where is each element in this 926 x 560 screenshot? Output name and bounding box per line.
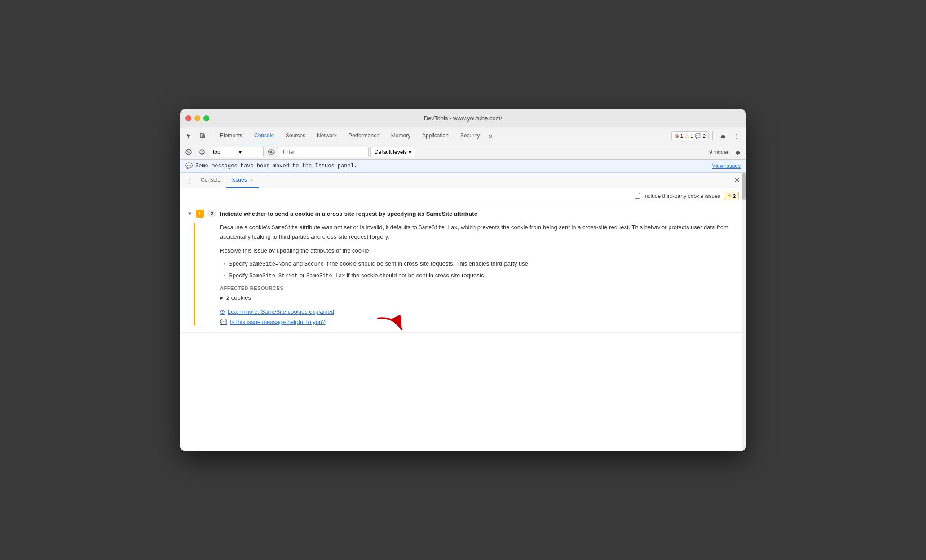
tab-security[interactable]: Security — [455, 127, 485, 144]
scrollbar-thumb[interactable] — [742, 173, 746, 200]
learn-more-link[interactable]: ⊙ Learn more: SameSite cookies explained — [220, 308, 732, 315]
cookies-label: 2 cookies — [226, 294, 251, 301]
settings-gear-btn[interactable] — [716, 130, 729, 142]
traffic-lights — [185, 115, 209, 121]
devtools-window: DevTools - www.youtube.com/ Elements Con… — [180, 109, 746, 451]
third-party-checkbox-label[interactable]: Include third-party cookie issues — [635, 193, 720, 199]
issue-links: ⊙ Learn more: SameSite cookies explained… — [220, 308, 732, 325]
nav-separator-2 — [712, 131, 713, 140]
cookies-toggle[interactable]: ▶ 2 cookies — [220, 294, 732, 301]
issues-count: 2 — [733, 193, 736, 199]
device-toolbar-btn[interactable] — [196, 130, 209, 142]
devtools-main: ⋮ Console Issues × ✕ Include third-party — [180, 173, 746, 451]
feedback-link[interactable]: 💬 Is this issue message helpful to you? — [220, 319, 325, 325]
info-bar-icon: 💬 — [185, 162, 193, 170]
console-toolbar: top ▼ Default levels ▾ 9 hidden — [180, 144, 746, 160]
clear-console-btn[interactable] — [183, 146, 194, 158]
svg-point-8 — [270, 151, 273, 153]
svg-point-6 — [202, 153, 203, 153]
tab-elements[interactable]: Elements — [215, 127, 248, 144]
issues-count-badge: ⚠ 2 — [724, 192, 739, 200]
more-options-btn[interactable]: ⋮ — [731, 130, 743, 142]
devtools-panel: Elements Console Sources Network Perform… — [180, 127, 746, 451]
info-bar: 💬 Some messages have been moved to the I… — [180, 160, 746, 173]
learn-more-text: Learn more: SameSite cookies explained — [228, 308, 334, 315]
issue-warning-icon: ! — [196, 210, 204, 218]
feedback-icon: 💬 — [220, 319, 227, 325]
nav-separator-1 — [212, 131, 212, 140]
title-bar: DevTools - www.youtube.com/ — [180, 109, 746, 127]
filter-input[interactable] — [279, 147, 369, 158]
error-icon: ⊗ — [675, 133, 679, 139]
info-count: 2 — [703, 133, 706, 139]
levels-dropdown[interactable]: Default levels ▾ — [370, 147, 415, 158]
scrollbar-track[interactable] — [742, 173, 746, 451]
svg-rect-0 — [200, 133, 203, 138]
issues-header: Include third-party cookie issues ⚠ 2 — [180, 188, 746, 204]
info-bar-message: Some messages have been moved to the Iss… — [195, 163, 357, 169]
no-icon-btn[interactable] — [196, 146, 208, 158]
tab-issues-inner[interactable]: Issues × — [226, 173, 258, 188]
live-expressions-btn[interactable] — [265, 146, 277, 158]
bullet-2-text: Specify SameSite=Strict or SameSite=Lax … — [229, 271, 485, 280]
third-party-checkbox[interactable] — [635, 193, 640, 199]
issue-title: Indicate whether to send a cookie in a c… — [220, 210, 477, 217]
third-party-label: Include third-party cookie issues — [643, 193, 720, 199]
issues-content: Include third-party cookie issues ⚠ 2 ▼ … — [180, 188, 746, 451]
issue-bullet-2: → Specify SameSite=Strict or SameSite=La… — [220, 271, 732, 280]
warning-count: 1 — [691, 133, 693, 139]
feedback-text: Is this issue message helpful to you? — [230, 319, 325, 325]
issue-header[interactable]: ▼ ! 2 Indicate whether to send a cookie … — [180, 204, 746, 223]
window-title: DevTools - www.youtube.com/ — [424, 115, 502, 122]
warn-triangle-icon: ⚠ — [727, 193, 732, 199]
issue-count-badge: 2 — [207, 210, 216, 217]
info-icon: 💬 — [695, 133, 701, 139]
panel-tabs: ⋮ Console Issues × ✕ — [180, 173, 746, 188]
tab-application[interactable]: Application — [417, 127, 454, 144]
hidden-count: 9 hidden — [709, 149, 730, 155]
minimize-button[interactable] — [194, 115, 200, 121]
tab-performance[interactable]: Performance — [343, 127, 385, 144]
maximize-button[interactable] — [203, 115, 209, 121]
tab-console[interactable]: Console — [249, 127, 279, 144]
issue-body: Because a cookie's SameSite attribute wa… — [194, 223, 739, 325]
expand-arrow-icon[interactable]: ▼ — [187, 211, 192, 216]
arrow-right-icon-2: → — [220, 271, 226, 280]
arrow-right-icon-1: → — [220, 259, 226, 268]
issue-resolve-text: Resolve this issue by updating the attri… — [220, 247, 732, 254]
cookies-arrow-icon: ▶ — [220, 295, 224, 300]
issue-description: Because a cookie's SameSite attribute wa… — [220, 223, 732, 242]
issue-group: ▼ ! 2 Indicate whether to send a cookie … — [180, 204, 746, 333]
svg-line-3 — [187, 151, 190, 153]
warning-icon: ⚠ — [684, 133, 689, 139]
top-nav: Elements Console Sources Network Perform… — [180, 127, 746, 144]
tab-console-inner[interactable]: Console — [195, 173, 226, 188]
issue-bullet-1: → Specify SameSite=None and Secure if th… — [220, 259, 732, 268]
nav-actions: ⊗ 1 ⚠ 1 💬 2 ⋮ — [671, 130, 743, 142]
panel-more-btn[interactable]: ⋮ — [184, 175, 195, 186]
panel-close-btn[interactable]: ✕ — [731, 175, 742, 186]
affected-resources-label: AFFECTED RESOURCES — [220, 285, 732, 291]
tab-memory[interactable]: Memory — [386, 127, 416, 144]
context-selector[interactable]: top ▼ — [210, 147, 264, 158]
error-badge[interactable]: ⊗ 1 ⚠ 1 💬 2 — [671, 131, 709, 140]
issue-bullets: → Specify SameSite=None and Secure if th… — [220, 259, 732, 280]
more-tabs-btn[interactable]: » — [486, 132, 495, 140]
tab-network[interactable]: Network — [312, 127, 342, 144]
tab-sources[interactable]: Sources — [280, 127, 311, 144]
bullet-1-text: Specify SameSite=None and Secure if the … — [229, 259, 530, 268]
external-link-icon: ⊙ — [220, 308, 225, 315]
cursor-icon-btn[interactable] — [183, 130, 195, 142]
close-button[interactable] — [185, 115, 191, 121]
console-settings-btn[interactable] — [732, 146, 743, 158]
view-issues-link[interactable]: View issues — [712, 163, 741, 169]
tab-issues-close[interactable]: × — [250, 177, 253, 183]
error-count: 1 — [680, 133, 683, 139]
